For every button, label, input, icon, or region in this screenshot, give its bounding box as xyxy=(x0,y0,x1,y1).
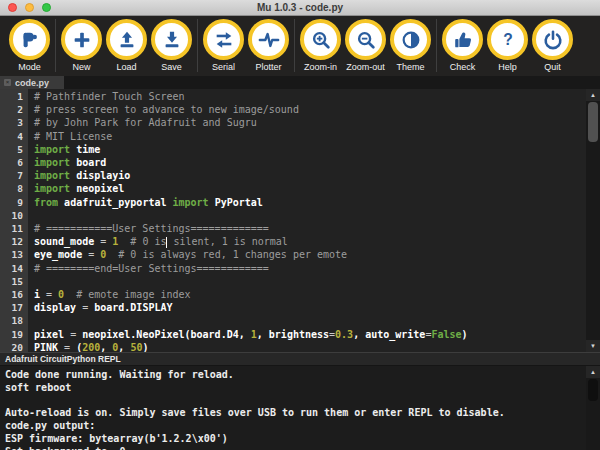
load-button[interactable]: Load xyxy=(104,19,149,72)
line-number: 20 xyxy=(0,341,23,352)
code-line[interactable]: from adafruit_pyportal import PyPortal xyxy=(34,196,600,209)
toolbar-button-label: Load xyxy=(116,62,136,72)
code-line[interactable] xyxy=(34,209,600,222)
tab-bar: × code.py xyxy=(0,76,600,89)
serial-button[interactable]: Serial xyxy=(201,19,246,72)
line-number: 14 xyxy=(0,262,23,275)
toolbar-button-label: Quit xyxy=(544,62,561,72)
repl-output[interactable]: Code done running. Waiting for reload.so… xyxy=(0,366,600,450)
zoom-in-icon xyxy=(300,19,341,60)
code-line[interactable]: # Pathfinder Touch Screen xyxy=(34,90,600,103)
repl-line: Code done running. Waiting for reload. xyxy=(5,369,600,382)
mode-button[interactable]: Mode xyxy=(7,19,52,72)
toolbar-button-label: Save xyxy=(161,62,182,72)
line-number: 1 xyxy=(0,90,23,103)
line-number: 13 xyxy=(0,248,23,261)
repl-scrollbar[interactable]: ▲ xyxy=(586,366,600,450)
code-line[interactable]: # ========end=User Settings============ xyxy=(34,262,600,275)
toolbar-button-label: Theme xyxy=(396,62,424,72)
code-line[interactable]: import board xyxy=(34,156,600,169)
line-number: 3 xyxy=(0,116,23,129)
title-bar: Mu 1.0.3 - code.py xyxy=(0,0,600,16)
code-line[interactable]: pixel = neopixel.NeoPixel(board.D4, 1, b… xyxy=(34,328,600,341)
zoom-out-button[interactable]: Zoom-out xyxy=(343,19,388,72)
line-number: 19 xyxy=(0,328,23,341)
repl-line: ESP firmware: bytearray(b'1.2.2\x00') xyxy=(5,433,600,446)
code-line[interactable]: import displayio xyxy=(34,169,600,182)
code-line[interactable]: import time xyxy=(34,143,600,156)
scroll-down-icon[interactable]: ▼ xyxy=(586,340,600,352)
toolbar-group: Check?HelpQuit xyxy=(436,19,578,72)
line-number: 10 xyxy=(0,209,23,222)
code-line[interactable]: sound_mode = 1 # 0 is silent, 1 is norma… xyxy=(34,235,600,248)
check-icon xyxy=(442,19,483,60)
plotter-icon xyxy=(248,19,289,60)
zoom-out-icon xyxy=(345,19,386,60)
repl-line: Auto-reload is on. Simply save files ove… xyxy=(5,407,600,420)
line-number: 18 xyxy=(0,314,23,327)
editor-scrollbar-thumb[interactable] xyxy=(588,102,598,142)
toolbar-group: Mode xyxy=(4,19,55,72)
code-line[interactable]: # by John Park for Adafruit and Sugru xyxy=(34,116,600,129)
line-number: 17 xyxy=(0,301,23,314)
repl-header: Adafruit CircuitPython REPL xyxy=(0,352,600,366)
tab-code-py[interactable]: × code.py xyxy=(0,76,64,89)
toolbar-button-label: Check xyxy=(450,62,476,72)
help-icon: ? xyxy=(487,19,528,60)
quit-button[interactable]: Quit xyxy=(530,19,575,72)
tab-label: code.py xyxy=(15,78,49,88)
toolbar-group: SerialPlotter xyxy=(197,19,294,72)
quit-icon xyxy=(532,19,573,60)
code-line[interactable]: # MIT License xyxy=(34,130,600,143)
code-line[interactable]: display = board.DISPLAY xyxy=(34,301,600,314)
toolbar-button-label: New xyxy=(72,62,90,72)
theme-button[interactable]: Theme xyxy=(388,19,433,72)
line-number: 15 xyxy=(0,275,23,288)
save-button[interactable]: Save xyxy=(149,19,194,72)
code-line[interactable]: import neopixel xyxy=(34,182,600,195)
toolbar-button-label: Mode xyxy=(18,62,41,72)
new-button[interactable]: New xyxy=(59,19,104,72)
line-number: 12 xyxy=(0,235,23,248)
toolbar-button-label: Serial xyxy=(212,62,235,72)
line-number: 7 xyxy=(0,169,23,182)
toolbar-button-label: Zoom-in xyxy=(304,62,337,72)
scroll-up-icon[interactable]: ▲ xyxy=(586,366,600,378)
code-line[interactable]: eye_mode = 0 # 0 is always red, 1 change… xyxy=(34,248,600,261)
code-line[interactable]: PINK = (200, 0, 50) xyxy=(34,341,600,352)
toolbar-button-label: Plotter xyxy=(255,62,281,72)
tab-close-icon[interactable]: × xyxy=(4,79,11,86)
toolbar-button-label: Help xyxy=(498,62,517,72)
code-line[interactable]: # ===========User Settings============= xyxy=(34,222,600,235)
line-number: 4 xyxy=(0,130,23,143)
toolbar: ModeNewLoadSaveSerialPlotterZoom-inZoom-… xyxy=(0,16,600,76)
help-button[interactable]: ?Help xyxy=(485,19,530,72)
toolbar-group: NewLoadSave xyxy=(55,19,197,72)
code-line[interactable]: # press screen to advance to new image/s… xyxy=(34,103,600,116)
line-number: 9 xyxy=(0,196,23,209)
repl-scrollbar-thumb[interactable] xyxy=(588,379,598,401)
window-title: Mu 1.0.3 - code.py xyxy=(0,2,600,13)
repl-line xyxy=(5,395,600,408)
line-number: 5 xyxy=(0,143,23,156)
code-line[interactable]: i = 0 # emote image index xyxy=(34,288,600,301)
code-line[interactable] xyxy=(34,314,600,327)
line-number-gutter: 1234567891011121314151617181920 xyxy=(0,89,28,352)
toolbar-button-label: Zoom-out xyxy=(346,62,385,72)
plotter-button[interactable]: Plotter xyxy=(246,19,291,72)
mode-icon xyxy=(9,19,50,60)
check-button[interactable]: Check xyxy=(440,19,485,72)
code-editor[interactable]: 1234567891011121314151617181920 # Pathfi… xyxy=(0,89,600,352)
editor-scrollbar[interactable]: ▲ ▼ xyxy=(586,89,600,352)
line-number: 8 xyxy=(0,182,23,195)
repl-line: code.py output: xyxy=(5,420,600,433)
scroll-up-icon[interactable]: ▲ xyxy=(586,89,600,101)
line-number: 16 xyxy=(0,288,23,301)
repl-line: soft reboot xyxy=(5,382,600,395)
code-content[interactable]: # Pathfinder Touch Screen# press screen … xyxy=(28,89,600,352)
zoom-in-button[interactable]: Zoom-in xyxy=(298,19,343,72)
line-number: 2 xyxy=(0,103,23,116)
repl-line: Set background to 0 xyxy=(5,446,600,450)
save-icon xyxy=(151,19,192,60)
code-line[interactable] xyxy=(34,275,600,288)
